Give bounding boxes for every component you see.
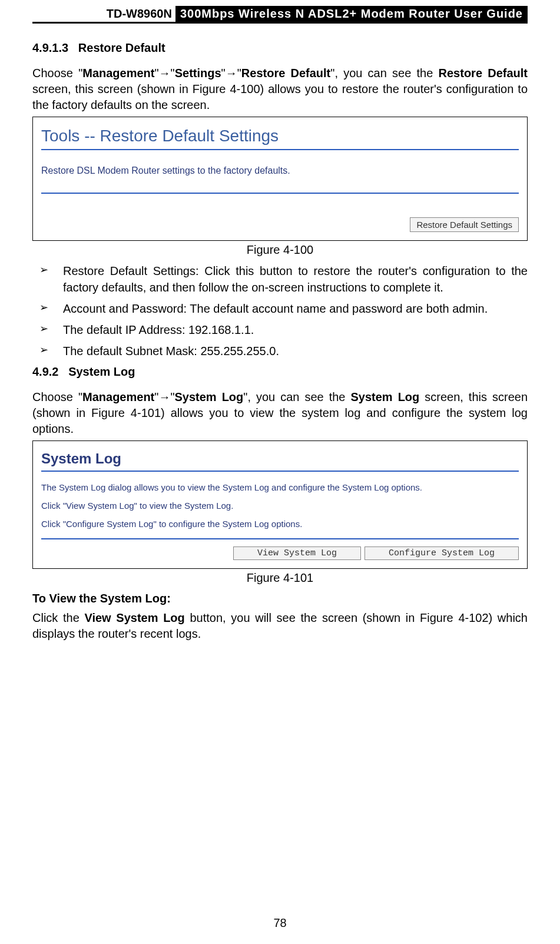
text: ", you can see the	[243, 390, 350, 403]
text: Click the	[32, 611, 84, 624]
arrow-icon: "→"	[154, 390, 174, 403]
arrow-icon: "→"	[155, 67, 175, 80]
fig101-line1: The System Log dialog allows you to view…	[41, 482, 519, 492]
arrow-icon: "→"	[221, 67, 241, 80]
divider	[41, 193, 519, 194]
breadcrumb-system-log: System Log	[174, 390, 243, 403]
text: ", you can see the	[330, 67, 438, 80]
text-bold: View System Log	[84, 611, 184, 624]
fig101-line3: Click "Configure System Log" to configur…	[41, 519, 519, 529]
fig101-line2: Click "View System Log" to view the Syst…	[41, 501, 519, 511]
label: Account and Password:	[63, 302, 187, 315]
section-num: 4.9.1.3	[32, 41, 68, 54]
bullet-ip-address: The default IP Address: 192.168.1.1.	[32, 322, 528, 338]
fig100-subtext: Restore DSL Modem Router settings to the…	[41, 165, 519, 176]
text: 255.255.255.0.	[197, 345, 279, 357]
breadcrumb-restore-default: Restore Default	[241, 67, 330, 80]
text: 192.168.1.1.	[185, 323, 254, 336]
text-bold: password	[352, 302, 403, 315]
system-log-intro: Choose "Management"→"System Log", you ca…	[32, 389, 528, 437]
section-title: Restore Default	[78, 41, 165, 54]
restore-default-intro: Choose "Management"→"Settings"→"Restore …	[32, 65, 528, 113]
divider	[41, 149, 519, 150]
text: The default	[63, 345, 125, 357]
page-number: 78	[0, 916, 560, 930]
page-header: TD-W8960N 300Mbps Wireless N ADSL2+ Mode…	[32, 0, 528, 24]
divider	[41, 538, 519, 539]
view-system-log-button[interactable]: View System Log	[233, 546, 361, 560]
restore-default-bullets: Restore Default Settings: Click this but…	[32, 263, 528, 359]
restore-default-settings-button[interactable]: Restore Default Settings	[410, 217, 519, 232]
header-title: 300Mbps Wireless N ADSL2+ Modem Router U…	[175, 6, 528, 22]
text: The default	[187, 302, 252, 315]
text-bold: account name	[252, 302, 326, 315]
bullet-account-password: Account and Password: The default accoun…	[32, 300, 528, 317]
breadcrumb-management: Management	[82, 390, 154, 403]
text: are both admin.	[403, 302, 488, 315]
text-bold: Restore Default	[439, 67, 528, 80]
bullet-subnet-mask: The default Subnet Mask: 255.255.255.0.	[32, 343, 528, 359]
figure-4-100-caption: Figure 4-100	[32, 243, 528, 257]
section-system-log-heading: 4.9.2 System Log	[32, 365, 528, 379]
figure-4-101-caption: Figure 4-101	[32, 571, 528, 585]
fig100-heading: Tools -- Restore Default Settings	[41, 127, 519, 145]
label: IP Address:	[125, 323, 185, 336]
text: Choose "	[32, 390, 82, 403]
label: To View the System Log:	[32, 592, 171, 605]
text: Choose "	[32, 67, 82, 80]
fig101-heading: System Log	[41, 451, 519, 467]
bullet-restore-default-settings: Restore Default Settings: Click this but…	[32, 263, 528, 296]
header-model: TD-W8960N	[103, 6, 175, 22]
breadcrumb-management: Management	[82, 67, 154, 80]
text-bold: System Log	[350, 390, 419, 403]
label: Restore Default Settings:	[63, 264, 199, 277]
configure-system-log-button[interactable]: Configure System Log	[365, 546, 519, 560]
text: The default	[63, 323, 125, 336]
label: Subnet Mask:	[125, 345, 197, 357]
section-title: System Log	[68, 365, 135, 378]
divider	[41, 471, 519, 472]
figure-4-100-box: Tools -- Restore Default Settings Restor…	[32, 117, 528, 241]
breadcrumb-settings: Settings	[175, 67, 221, 80]
text: screen, this screen (shown in Figure 4-1…	[32, 82, 528, 111]
to-view-heading: To View the System Log:	[32, 591, 528, 607]
section-restore-default-heading: 4.9.1.3 Restore Default	[32, 41, 528, 55]
section-num: 4.9.2	[32, 365, 58, 378]
figure-4-101-box: System Log The System Log dialog allows …	[32, 440, 528, 569]
view-system-log-para: Click the View System Log button, you wi…	[32, 610, 528, 642]
text: and	[326, 302, 352, 315]
